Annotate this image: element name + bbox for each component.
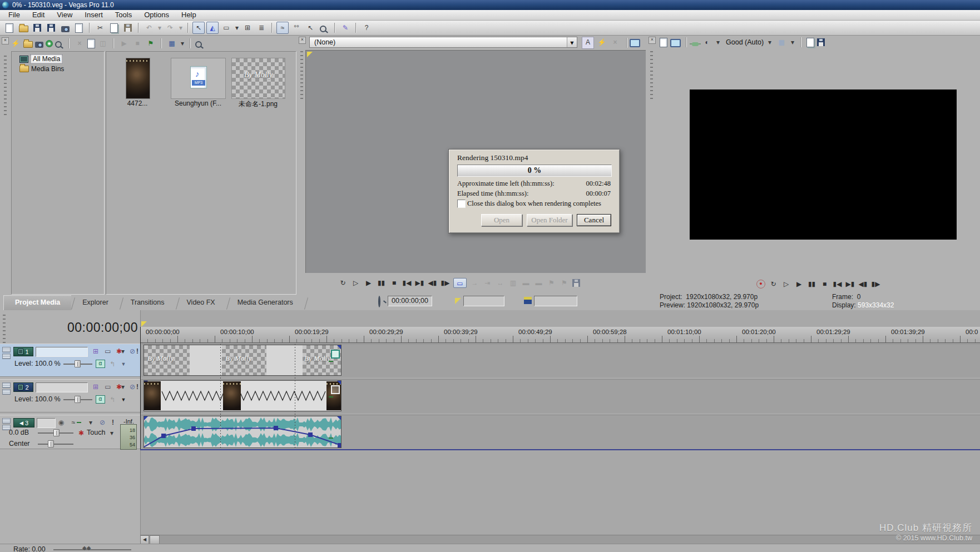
media-panel-close-icon[interactable]: ×	[2, 37, 9, 44]
properties-button[interactable]	[73, 22, 85, 34]
track-name-field[interactable]	[36, 382, 88, 392]
make-compositing-parent-icon[interactable]: ↰	[107, 394, 118, 405]
cut-button[interactable]: ✂	[94, 22, 106, 34]
redo-button[interactable]: ↷	[164, 22, 176, 34]
redo-dropdown-icon[interactable]: ▾	[178, 22, 184, 33]
level-slider-thumb[interactable]	[75, 396, 81, 403]
track-motion-icon[interactable]: ▭	[102, 381, 113, 392]
next-frame-icon[interactable]: ▮▶	[871, 279, 880, 289]
go-to-start-icon[interactable]: ▮◀	[833, 279, 842, 289]
play-from-start-icon[interactable]: ▷	[351, 278, 360, 288]
split-dropdown-icon[interactable]: ▾	[715, 37, 721, 48]
mute-icon[interactable]: ⊘	[97, 417, 108, 428]
minimize-track-icon[interactable]	[2, 418, 11, 424]
play-icon[interactable]: ▶	[364, 278, 373, 288]
capture-icon[interactable]	[59, 22, 71, 34]
rate-slider-marks-icon[interactable]: ◆◆	[82, 545, 91, 551]
timeline-ruler[interactable]: 00:00:00;00 00:00:10;00 00:00:19;29 00:0…	[140, 327, 980, 343]
title-bar[interactable]: 0% - 150310.veg - Vegas Pro 11.0	[0, 0, 980, 10]
open-in-audio-editor-icon[interactable]: ▥	[508, 278, 518, 288]
tab-video-fx[interactable]: Video FX	[176, 296, 226, 310]
playhead-cursor[interactable]	[140, 327, 141, 450]
external-monitor-icon[interactable]	[670, 39, 681, 47]
pause-icon[interactable]: ▮▮	[377, 278, 386, 288]
automation-dropdown-icon[interactable]: ▾	[109, 427, 115, 439]
split-screen-icon[interactable]: ◐	[701, 37, 712, 48]
record-icon[interactable]: ●	[756, 280, 765, 289]
save-snapshot-icon[interactable]	[817, 38, 825, 46]
views-icon[interactable]: ▦	[166, 38, 177, 49]
capture-video-icon[interactable]	[35, 42, 43, 48]
trimmer-grip[interactable]	[300, 51, 303, 101]
quantize-frames-button[interactable]: °°	[290, 22, 303, 34]
preset-delete-icon[interactable]: ×	[610, 37, 621, 48]
previous-frame-icon[interactable]: ◀▮	[858, 279, 868, 289]
views-dropdown-icon[interactable]: ▾	[180, 38, 185, 49]
trimmer-preset-combo[interactable]: (None) ▾	[309, 37, 577, 48]
loop-playback-icon[interactable]: ↻	[769, 279, 778, 289]
overlays-grid-icon[interactable]: ▦	[776, 37, 787, 48]
track-motion-icon[interactable]: ▭	[102, 346, 113, 357]
pan-slider-thumb[interactable]	[48, 440, 54, 447]
arm-record-icon[interactable]: ◉	[56, 417, 67, 428]
menu-help[interactable]: Help	[175, 10, 202, 20]
scrollbar-thumb[interactable]	[150, 535, 160, 544]
go-to-start-icon[interactable]: ▮◀	[402, 278, 412, 288]
envelope-edit-tool-button[interactable]: ◭	[206, 22, 219, 34]
restore-track-icon[interactable]	[2, 354, 11, 359]
media-panel-grip[interactable]	[4, 56, 7, 117]
fx-dropdown-icon[interactable]: ▾	[120, 381, 126, 392]
tab-project-media[interactable]: Project Media	[3, 295, 71, 310]
event-pan-crop-icon[interactable]	[331, 350, 340, 359]
start-preview-icon[interactable]: ▶	[118, 38, 130, 49]
save-markers-icon[interactable]	[572, 279, 580, 287]
minimize-track-icon[interactable]	[2, 382, 11, 388]
open-button[interactable]: Open	[481, 214, 522, 226]
volume-slider-thumb[interactable]	[53, 429, 60, 436]
add-media-up-to-cursor-icon[interactable]: ⇥	[483, 278, 492, 288]
media-item-audio-thumbnail[interactable]: ♪ MP3	[171, 58, 226, 99]
fit-to-fill-icon[interactable]: ↔	[496, 278, 505, 288]
track-header-2[interactable]: 2 ⊞ ▭ ✱ ▾ ⊘ ! Level: 100.0 % α ↰ ▼	[0, 379, 140, 412]
go-to-end-icon[interactable]: ▶▮	[415, 278, 424, 288]
track-header-3[interactable]: ◀ 3 ◉ ≈ ▾ ⊘ ! -Inf. 0.0 dB ✱ Touch ▾ Cen…	[0, 415, 140, 449]
compositing-child-icon[interactable]: ▼	[118, 359, 129, 370]
menu-edit[interactable]: Edit	[26, 10, 51, 20]
media-item-label[interactable]: 未命名-1.png	[225, 100, 291, 109]
audio-event-clip[interactable]	[143, 416, 341, 448]
selection-start-field[interactable]	[463, 296, 504, 306]
video-preview-display[interactable]	[690, 89, 957, 240]
video-event-title[interactable]: By Molly By Molly By Molly	[143, 345, 341, 376]
scroll-left-icon[interactable]: ◀	[140, 535, 149, 544]
stop-icon[interactable]: ■	[389, 278, 399, 288]
solo-icon[interactable]: !	[135, 346, 140, 357]
save-button[interactable]	[31, 22, 43, 34]
loop-region-marker-icon[interactable]	[141, 321, 147, 327]
preset-auto-icon[interactable]: ⚡	[596, 37, 607, 48]
render-as-button[interactable]	[45, 22, 57, 34]
add-media-from-cursor-icon[interactable]: →	[470, 278, 479, 288]
restore-track-icon[interactable]	[2, 389, 11, 395]
select-left-icon[interactable]: ▬	[521, 278, 531, 288]
open-button[interactable]	[17, 22, 29, 34]
media-item-label[interactable]: Seunghyun (F...	[164, 100, 232, 107]
video-output-fx-icon[interactable]	[692, 42, 699, 46]
media-bin-flag-icon[interactable]: ⚑	[145, 38, 156, 49]
make-compositing-parent-icon[interactable]: ↰	[107, 359, 118, 370]
copy-snapshot-icon[interactable]	[806, 38, 814, 47]
import-media-icon[interactable]	[23, 41, 33, 48]
bypass-motion-blur-icon[interactable]: ⊞	[90, 381, 101, 392]
menu-file[interactable]: File	[2, 10, 26, 20]
tree-item-media-bins[interactable]: Media Bins	[19, 65, 104, 73]
fx-dropdown-icon[interactable]: ▾	[120, 346, 126, 357]
composite-mode-icon[interactable]: α	[96, 360, 105, 368]
undo-dropdown-icon[interactable]: ▾	[157, 22, 162, 33]
search-media-icon[interactable]	[195, 41, 202, 48]
pan-slider[interactable]	[38, 444, 73, 445]
copy-button[interactable]	[108, 22, 120, 34]
track-lane-3[interactable]	[140, 415, 980, 450]
play-icon[interactable]: ▶	[794, 279, 804, 289]
tree-item-all-media[interactable]: All Media	[19, 54, 104, 63]
composite-mode-icon[interactable]: α	[96, 395, 105, 404]
pause-icon[interactable]: ▮▮	[807, 279, 816, 289]
